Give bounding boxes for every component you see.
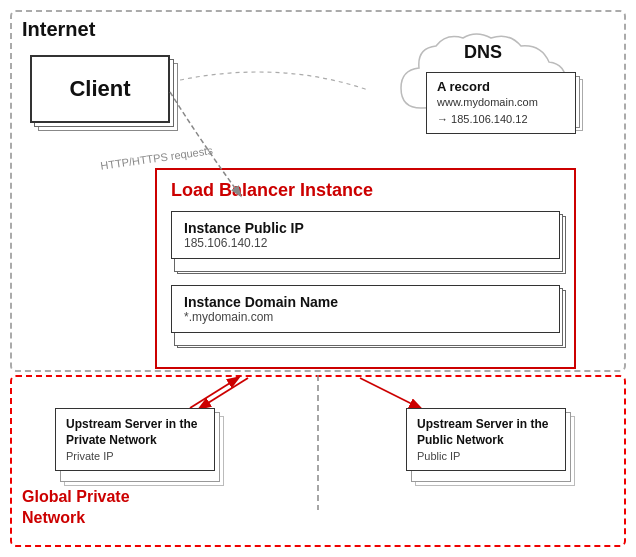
diagram-container: Internet Global Private Network Client H…	[0, 0, 636, 557]
arecord-title: A record	[437, 79, 565, 94]
upstream-public-card: Upstream Server in the Public Network Pu…	[406, 408, 566, 471]
instance-public-ip-title: Instance Public IP	[184, 220, 547, 236]
instance-domain-card: Instance Domain Name *.mydomain.com	[171, 285, 560, 333]
client-label: Client	[69, 76, 130, 102]
internet-label: Internet	[22, 18, 95, 41]
arecord-stack: A record www.mydomain.com → 185.106.140.…	[426, 72, 581, 134]
arecord-card: A record www.mydomain.com → 185.106.140.…	[426, 72, 576, 134]
instance-public-ip-card: Instance Public IP 185.106.140.12	[171, 211, 560, 259]
client-card: Client	[30, 55, 170, 123]
upstream-private-title: Upstream Server in the Private Network	[66, 417, 204, 448]
lb-title: Load Balancer Instance	[171, 180, 560, 201]
upstream-public-title: Upstream Server in the Public Network	[417, 417, 555, 448]
load-balancer-box: Load Balancer Instance Instance Public I…	[155, 168, 576, 369]
upstream-public-stack: Upstream Server in the Public Network Pu…	[406, 408, 576, 471]
private-network-label: Global Private Network	[22, 487, 130, 529]
instance-domain-title: Instance Domain Name	[184, 294, 547, 310]
upstream-public-sub: Public IP	[417, 450, 555, 462]
instance-public-ip-stack: Instance Public IP 185.106.140.12	[171, 211, 560, 269]
upstream-private-card: Upstream Server in the Private Network P…	[55, 408, 215, 471]
upstream-private-stack: Upstream Server in the Private Network P…	[55, 408, 225, 471]
arecord-line1: www.mydomain.com	[437, 94, 565, 111]
instance-domain-stack: Instance Domain Name *.mydomain.com	[171, 285, 560, 343]
arecord-line2: → 185.106.140.12	[437, 111, 565, 128]
client-stack: Client	[30, 55, 175, 130]
dns-label: DNS	[464, 42, 502, 62]
instance-public-ip-value: 185.106.140.12	[184, 236, 547, 250]
instance-domain-value: *.mydomain.com	[184, 310, 547, 324]
upstream-private-sub: Private IP	[66, 450, 204, 462]
